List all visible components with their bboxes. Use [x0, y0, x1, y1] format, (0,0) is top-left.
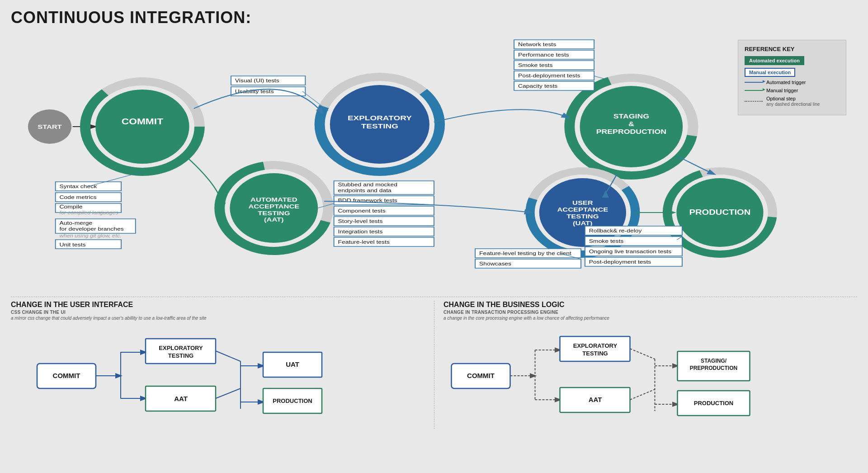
svg-text:EXPLORATORY: EXPLORATORY [348, 114, 412, 122]
svg-text:PRODUCTION: PRODUCTION [694, 400, 733, 407]
ref-manual-trigger-item: Manual trigger [745, 88, 840, 93]
svg-text:TESTING: TESTING [258, 210, 290, 217]
svg-text:Unit tests: Unit tests [60, 242, 86, 247]
svg-line-104 [216, 351, 241, 361]
ref-manual-item: Manual execution [745, 68, 840, 77]
svg-line-79 [560, 253, 581, 259]
start-circle [28, 109, 71, 144]
diagram-svg: START COMMIT Syntax check Code metrics C… [11, 32, 857, 294]
ref-auto-trigger-line [745, 82, 763, 83]
svg-text:Post-deployment tests: Post-deployment tests [589, 259, 651, 265]
svg-point-20 [320, 77, 440, 172]
svg-text:BDD framework tests: BDD framework tests [338, 198, 397, 203]
svg-text:STAGING: STAGING [613, 113, 649, 120]
svg-text:PRODUCTION: PRODUCTION [689, 208, 750, 216]
bottom-right-subtitle: CHANGE IN TRANSACTION PROCESSING ENGINE [443, 310, 857, 315]
ref-optional-label: Optional step [766, 96, 796, 101]
svg-point-4 [95, 90, 189, 164]
svg-text:Story-level tests: Story-level tests [338, 218, 383, 224]
svg-text:EXPLORATORY: EXPLORATORY [573, 342, 618, 349]
bottom-left-flow-svg: COMMIT EXPLORATORY TESTING AAT [11, 325, 425, 429]
svg-text:AAT: AAT [174, 395, 188, 402]
svg-rect-59 [514, 50, 594, 59]
svg-point-69 [530, 171, 635, 254]
svg-rect-77 [475, 259, 581, 268]
svg-text:Compile: Compile [60, 204, 83, 209]
svg-rect-42 [334, 206, 434, 215]
svg-text:PREPRODUCTION: PREPRODUCTION [690, 365, 737, 371]
svg-text:Auto-merge: Auto-merge [60, 220, 93, 226]
svg-text:PRODUCTION: PRODUCTION [273, 397, 312, 404]
svg-rect-37 [334, 181, 434, 194]
ref-manual-trigger-line [745, 90, 763, 91]
svg-text:TESTING: TESTING [582, 350, 608, 357]
svg-rect-44 [334, 217, 434, 226]
svg-rect-40 [334, 196, 434, 205]
svg-line-19 [89, 172, 142, 186]
svg-point-32 [230, 173, 318, 243]
svg-text:AAT: AAT [589, 396, 602, 403]
svg-point-31 [220, 165, 328, 251]
bottom-right-section: CHANGE IN THE BUSINESS LOGIC CHANGE IN T… [434, 301, 857, 429]
svg-text:STAGING/: STAGING/ [701, 358, 727, 364]
svg-text:TESTING: TESTING [566, 213, 599, 220]
svg-text:ACCEPTANCE: ACCEPTANCE [557, 207, 608, 213]
svg-text:Feature-level testing by the c: Feature-level testing by the client [479, 251, 572, 256]
section-divider [11, 297, 857, 297]
svg-text:Syntax check: Syntax check [60, 184, 97, 189]
ref-manual-trigger-label: Manual trigger [766, 88, 798, 93]
svg-text:PREPRODUCTION: PREPRODUCTION [596, 128, 666, 135]
ref-optional-line [745, 101, 763, 102]
svg-rect-86 [585, 236, 682, 246]
svg-line-125 [630, 389, 655, 400]
svg-point-68 [530, 171, 635, 254]
svg-text:for developer branches: for developer branches [60, 226, 124, 232]
ref-optional-desc: any dashed directional line [766, 102, 820, 107]
svg-text:TESTING: TESTING [361, 123, 398, 130]
ref-key-title: REFERENCE KEY [745, 46, 840, 52]
bottom-right-flow: COMMIT EXPLORATORY TESTING AAT [443, 325, 857, 429]
svg-text:Rollback& re-deloy: Rollback& re-deloy [589, 228, 642, 233]
reference-key: REFERENCE KEY Automated execution Manual… [738, 40, 846, 115]
svg-rect-84 [585, 226, 682, 235]
svg-line-67 [594, 76, 605, 79]
svg-rect-10 [56, 203, 121, 213]
ref-auto-item: Automated execution [745, 56, 840, 65]
svg-text:USER: USER [572, 200, 593, 206]
svg-rect-88 [585, 247, 682, 256]
svg-text:(UAT): (UAT) [573, 220, 593, 227]
svg-text:Showcases: Showcases [479, 261, 511, 266]
svg-rect-90 [585, 257, 682, 266]
svg-rect-46 [334, 227, 434, 236]
svg-text:Performance tests: Performance tests [518, 52, 569, 57]
svg-text:COMMIT: COMMIT [467, 372, 495, 379]
svg-text:Component tests: Component tests [338, 208, 386, 213]
svg-text:Post-deployment tests: Post-deployment tests [518, 73, 580, 78]
bottom-right-title: CHANGE IN THE BUSINESS LOGIC [443, 301, 857, 309]
page-title: CONTINUOUS INTEGRATION: [11, 8, 857, 27]
svg-rect-13 [56, 219, 136, 233]
bottom-left-section: CHANGE IN THE USER INTERFACE CSS CHANGE … [11, 301, 434, 429]
svg-rect-48 [334, 237, 434, 246]
svg-point-81 [667, 171, 773, 254]
svg-text:for compiled languages: for compiled languages [60, 210, 119, 215]
top-diagram: START COMMIT Syntax check Code metrics C… [11, 32, 857, 294]
bottom-right-flow-svg: COMMIT EXPLORATORY TESTING AAT [443, 325, 857, 429]
svg-point-21 [320, 77, 440, 172]
ref-manual-box: Manual execution [745, 68, 795, 77]
svg-text:UAT: UAT [286, 360, 299, 368]
svg-rect-8 [56, 193, 121, 202]
ref-optional-item: Optional step any dashed directional lin… [745, 96, 840, 107]
svg-rect-61 [514, 61, 594, 70]
svg-text:Ongoing live transaction tests: Ongoing live transaction tests [589, 249, 671, 254]
svg-text:COMMIT: COMMIT [122, 117, 164, 126]
svg-text:START: START [38, 124, 62, 130]
svg-text:COMMIT: COMMIT [53, 372, 80, 379]
svg-rect-17 [56, 240, 121, 249]
svg-text:Stubbed and mocked: Stubbed and mocked [338, 182, 397, 187]
svg-line-92 [677, 236, 682, 240]
svg-text:Usability tests: Usability tests [235, 89, 274, 94]
svg-text:Feature-level tests: Feature-level tests [338, 239, 390, 245]
bottom-right-desc: a change in the core processing engine w… [443, 316, 857, 321]
svg-point-51 [570, 78, 693, 175]
